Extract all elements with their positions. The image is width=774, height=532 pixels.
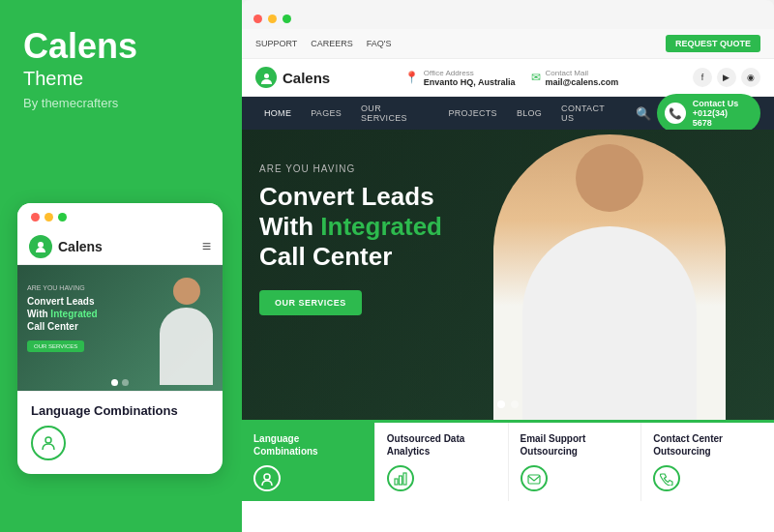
service-title-0: LanguageCombinations [253,432,318,458]
logo-icon [255,67,277,88]
service-icon-0 [253,465,281,491]
svg-rect-5 [399,476,402,485]
service-item-3[interactable]: Contact CenterOutsourcing [641,423,774,501]
svg-rect-4 [395,479,398,485]
nav-blog[interactable]: BLOG [508,97,551,130]
location-icon: 📍 [404,71,419,84]
browser-dot-maximize[interactable] [283,15,291,23]
mobile-logo: Calens [29,235,103,258]
hero-person-head [576,144,643,212]
website-wrapper: SUPPORT CAREERS FAQ'S REQUEST QUOTE Cale… [242,29,774,532]
nav-right: 🔍 📞 Contact Us +012(34) 5678 [628,94,760,133]
mail-details: Contact Mail mail@calens.com [546,69,619,87]
mobile-menu-icon[interactable]: ≡ [202,238,211,255]
svg-rect-6 [403,473,406,485]
brand-title: Calens [23,27,217,66]
browser-dot-close[interactable] [253,15,262,23]
careers-link[interactable]: CAREERS [311,39,353,48]
hero-title: Convert Leads With Integrated Call Cente… [259,182,442,273]
main-nav: HOME PAGES OUR SERVICES PROJECTS BLOG CO… [242,97,774,130]
service-item-2[interactable]: Email SupportOutsourcing [509,423,642,501]
mobile-hero-subtitle: ARE YOU HAVING [27,284,98,291]
mobile-logo-text: Calens [58,239,103,254]
indicator-inactive [122,379,129,386]
mobile-hero-person [150,270,223,391]
svg-point-1 [45,437,51,443]
office-details: Office Address Envanto HQ, Australia [424,69,516,87]
office-info: 📍 Office Address Envanto HQ, Australia [404,69,516,87]
site-logo[interactable]: Calens [255,67,330,88]
facebook-icon[interactable]: f [693,68,712,87]
service-icon-3 [653,465,680,491]
nav-bar: Calens 📍 Office Address Envanto HQ, Aust… [242,59,774,97]
mobile-nav: Calens ≡ [17,229,223,265]
service-title-1: Outsourced DataAnalytics [387,432,465,458]
hero-cta-button[interactable]: OUR SERVICES [259,290,362,315]
top-bar: SUPPORT CAREERS FAQ'S REQUEST QUOTE [242,29,774,59]
service-icon-1 [387,465,414,491]
hero-subtitle: ARE YOU HAVING [259,163,442,174]
service-icon-2 [521,465,548,491]
top-bar-links: SUPPORT CAREERS FAQ'S [255,39,392,48]
request-quote-button[interactable]: REQUEST QUOTE [666,35,760,52]
mobile-cta-btn[interactable]: OUR SERVICES [27,340,84,352]
logo-text: Calens [283,70,330,86]
mobile-hero-indicators [111,379,129,386]
browser-chrome [242,0,774,29]
hero-content: ARE YOU HAVING Convert Leads With Integr… [259,163,442,315]
mobile-hero: ARE YOU HAVING Convert Leads With Integr… [17,265,223,391]
service-title-3: Contact CenterOutsourcing [653,432,723,458]
mobile-dots [31,213,67,222]
person-body [160,308,213,385]
nav-projects[interactable]: PROJECTS [439,97,505,130]
nav-info-group: 📍 Office Address Envanto HQ, Australia ✉… [404,69,619,87]
mobile-card: Calens ≡ ARE YOU HAVING Convert Leads Wi… [17,203,223,474]
contact-us-button[interactable]: 📞 Contact Us +012(34) 5678 [657,94,760,133]
dot-yellow [45,213,53,222]
svg-point-3 [264,474,270,480]
phone-circle-icon: 📞 [665,103,686,124]
mobile-card-header [17,203,223,229]
service-item-0[interactable]: LanguageCombinations [242,423,375,501]
person-head [173,278,200,305]
instagram-icon[interactable]: ◉ [741,68,760,87]
svg-point-2 [264,74,269,78]
hero-dot-1 [497,400,505,408]
service-title-2: Email SupportOutsourcing [521,432,586,458]
nav-pages[interactable]: PAGES [302,97,350,130]
hero-person-silhouette [493,134,726,420]
right-panel: SUPPORT CAREERS FAQ'S REQUEST QUOTE Cale… [242,0,774,532]
indicator-active [111,379,118,386]
hero-dots [497,400,519,408]
mobile-service-title: Language Combinations [31,403,209,418]
mobile-logo-icon [29,235,52,258]
left-panel: Calens Theme By themecrafters Calens ≡ [0,0,240,532]
mobile-hero-title: Convert Leads With Integrated Call Cente… [27,295,98,333]
mail-icon: ✉ [531,71,541,84]
youtube-icon[interactable]: ▶ [717,68,736,87]
social-icons: f ▶ ◉ [693,68,760,87]
svg-rect-7 [528,475,540,484]
dot-red [31,213,40,222]
services-bar: LanguageCombinations Outsourced DataAnal… [242,420,774,501]
support-link[interactable]: SUPPORT [255,39,297,48]
faq-link[interactable]: FAQ'S [367,39,392,48]
hero-dot-2 [511,400,519,408]
dot-green [58,213,67,222]
browser-dot-minimize[interactable] [268,15,277,23]
main-nav-items: HOME PAGES OUR SERVICES PROJECTS BLOG CO… [255,97,628,130]
search-icon[interactable]: 🔍 [636,106,651,121]
brand-by: By themecrafters [23,96,217,110]
svg-point-0 [38,242,44,248]
hero-person [474,130,745,420]
hero-section: ARE YOU HAVING Convert Leads With Integr… [242,130,774,420]
mobile-service-icon [31,426,66,460]
nav-home[interactable]: HOME [255,97,300,130]
nav-contact[interactable]: CONTACT US [552,97,628,130]
contact-btn-text: Contact Us +012(34) 5678 [693,99,749,128]
mail-info: ✉ Contact Mail mail@calens.com [531,69,619,87]
nav-services[interactable]: OUR SERVICES [352,97,437,130]
hero-person-body [522,226,697,420]
service-item-1[interactable]: Outsourced DataAnalytics [375,423,509,501]
mobile-service-card: Language Combinations [17,391,223,474]
